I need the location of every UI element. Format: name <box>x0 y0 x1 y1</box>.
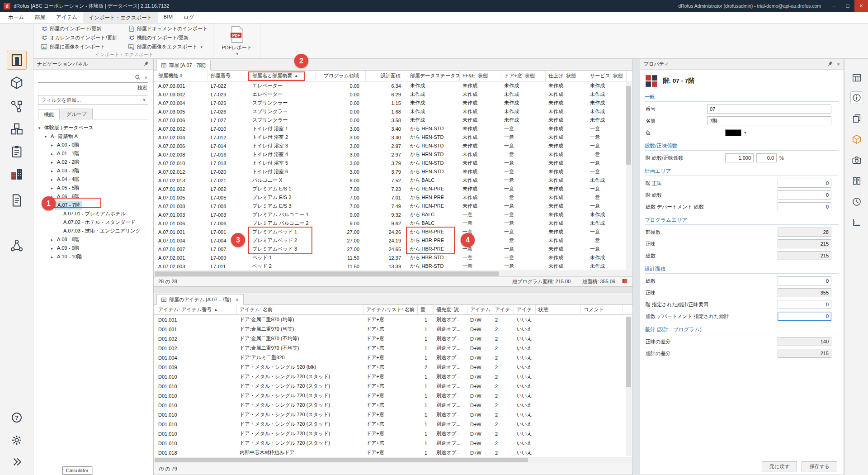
number-field[interactable] <box>778 239 831 248</box>
tree-item[interactable]: A.07.01 - プレミアムホテル <box>33 209 153 218</box>
table-row[interactable]: A.07.02.003L7-011ベッド 211.5013.39から HBR-S… <box>154 262 632 271</box>
chevron-collapsed-icon[interactable]: ▸ <box>49 246 55 251</box>
gear-icon[interactable] <box>7 431 27 450</box>
table-row[interactable]: A.07.03.005L7-026スプリンクラー0.001.68未作成未作成未作… <box>154 107 632 116</box>
search-icon[interactable] <box>135 74 141 81</box>
tab-room-items[interactable]: 部屋のアイテム [A.07 - 7階] × <box>156 294 244 305</box>
table-row[interactable]: A.07.01.002L7-002プレミアム E/S 17.007.23から H… <box>154 185 632 193</box>
cubes-icon[interactable] <box>7 119 27 138</box>
column-header[interactable]: コメント <box>581 305 623 314</box>
chevron-collapsed-icon[interactable]: ▸ <box>49 143 55 147</box>
table-row[interactable]: A.07.03.006L7-027スプリンクラー0.003.58未作成未作成未作… <box>154 116 632 124</box>
save-button[interactable]: 保存する <box>802 461 837 471</box>
tree-item[interactable]: A.07.02 - ホテル・スタンダード <box>33 218 153 227</box>
tree-item[interactable]: ▸A.10 - 10階 <box>33 252 153 261</box>
box-3d-icon[interactable] <box>7 73 27 92</box>
column-header[interactable]: 優先度: 説... <box>434 305 467 314</box>
column-header[interactable]: 部屋番号 <box>208 71 250 81</box>
menu-tab[interactable]: ホーム <box>3 12 29 23</box>
table-row[interactable]: D01.010ドア・メタル・シングル 720 (スタッド)ドア+窓1別途オプ..… <box>154 400 632 410</box>
pages-icon[interactable] <box>850 175 863 187</box>
table-row[interactable]: D01.010ドア・メタル・シングル 720 (スタッド)ドア+窓1別途オプ..… <box>154 372 632 381</box>
chevron-expanded-icon[interactable]: ▾ <box>36 126 42 130</box>
nav-tab-active[interactable]: 機能 <box>38 109 60 119</box>
tree-item[interactable]: ▸A.00 - 0階 <box>33 141 153 149</box>
scrollbar-thumb[interactable] <box>155 458 528 462</box>
minimize-button[interactable]: – <box>827 0 841 12</box>
number-field[interactable] <box>778 300 831 309</box>
maximize-button[interactable]: □ <box>841 0 854 12</box>
ribbon-button[interactable]: 部屋ドキュメントのインポート <box>126 25 210 33</box>
column-header[interactable]: 部屋機能 # <box>156 71 208 81</box>
search-link[interactable]: 検索 <box>137 85 147 90</box>
tree-item[interactable]: ▸A.03 - 3階 <box>33 166 153 175</box>
column-header[interactable]: サービス: 状態 <box>587 71 627 81</box>
table-row[interactable]: A.07.02.006L7-014トイレ付 浴室 33.002.97から HEN… <box>154 142 632 150</box>
tree-item[interactable]: ▸A.08 - 8階 <box>33 235 153 244</box>
number-field[interactable] <box>778 288 831 297</box>
number-field[interactable] <box>778 228 831 237</box>
number-field[interactable] <box>778 202 831 211</box>
column-header[interactable]: 部屋データステータス <box>407 71 460 81</box>
table-row[interactable]: A.07.01.001L7-001プレミアムベッド 127.0024.26から … <box>154 228 632 236</box>
column-header[interactable]: 設計面積 <box>366 71 407 81</box>
buildings-icon[interactable] <box>7 165 27 184</box>
ribbon-button[interactable]: 機能のインポート/更新 <box>126 34 210 42</box>
help-icon[interactable]: ? <box>7 408 27 427</box>
chevron-collapsed-icon[interactable]: ▸ <box>49 238 55 242</box>
text-field[interactable] <box>707 116 831 125</box>
menu-tab[interactable]: ログ <box>178 12 200 23</box>
column-header[interactable]: 状態 <box>536 305 581 314</box>
column-header[interactable]: アイテム... <box>467 305 492 314</box>
ribbon-button[interactable]: 部屋の画像をエクスポート▾ <box>126 43 210 51</box>
table-row[interactable]: D01.004ドア:アルミ二重820ドア+窓1別途オプ...D+W2いいえ <box>154 353 632 362</box>
table-row[interactable]: D01.002ドア:金属二重970 (不均等)ドア+窓1別途オプ...D+W2い… <box>154 334 632 343</box>
tree-item[interactable]: ▸A.01 - 1階 <box>33 149 153 158</box>
table-row[interactable]: D01.010ドア・メタル・シングル 720 (スタッド)ドア+窓1別途オプ..… <box>154 391 632 400</box>
table-row[interactable]: D01.002ドア:金属二重970 (不均等)ドア+窓1別途オプ...D+W2い… <box>154 343 632 353</box>
table-row[interactable]: A.07.01.004L7-004プレミアムベッド 227.0024.19から … <box>154 236 632 245</box>
scrollbar-thumb[interactable] <box>626 86 631 165</box>
table-row[interactable]: A.07.02.008L7-016トイレ付 浴室 43.002.97から HEN… <box>154 150 632 159</box>
tree-item[interactable]: ▾A - 建築物 A <box>33 132 153 141</box>
menu-tab[interactable]: BIM <box>158 12 178 23</box>
table-row[interactable]: A.07.03.001L7-022エレベーター0.006.34未作成未作成未作成… <box>154 81 632 90</box>
text-field[interactable] <box>707 104 831 114</box>
report-icon[interactable] <box>7 191 27 210</box>
nav-tab-inactive[interactable]: グループ <box>61 109 93 119</box>
table-row[interactable]: A.07.01.008L7-008プレミアム E/S 37.007.49から H… <box>154 202 632 210</box>
tab-rooms[interactable]: 部屋 [A.07 - 7階] <box>156 60 211 71</box>
column-header[interactable]: ドア+窓: 状態 <box>501 71 546 81</box>
panel-splitter[interactable] <box>154 286 632 293</box>
table-row[interactable]: A.07.02.010L7-018トイレ付 浴室 53.003.79から HEN… <box>154 159 632 167</box>
number-field[interactable] <box>778 190 831 200</box>
pin-icon[interactable] <box>827 61 833 67</box>
report-book-icon[interactable] <box>622 278 628 285</box>
column-header[interactable]: アイテ... <box>492 305 514 314</box>
number-field[interactable] <box>778 312 831 321</box>
chevrons-right-icon[interactable] <box>7 452 27 471</box>
pdf-report-button[interactable]: PDFPDFレポート▾ <box>217 25 256 57</box>
ribbon-button[interactable]: 部屋のインポート/更新 <box>39 25 119 33</box>
table-row[interactable]: D01.010ドア・メタル・シングル 720 (スタッド)ドア+窓1別途オプ..… <box>154 419 632 429</box>
column-header[interactable]: アイテムリスト: 名前 <box>363 305 418 314</box>
table-row[interactable]: A.07.02.001L7-009ベッド 111.5012.37から HBR-S… <box>154 253 632 262</box>
close-panel-icon[interactable]: × <box>837 61 840 67</box>
chevron-collapsed-icon[interactable]: ▸ <box>49 177 55 182</box>
rooms-horizontal-scrollbar[interactable] <box>154 271 632 276</box>
table-row[interactable]: A.07.03.004L7-025スプリンクラー0.001.15未作成未作成未作… <box>154 99 632 107</box>
tree-item[interactable]: ▸A.05 - 5階 <box>33 184 153 192</box>
table-row[interactable]: D01.010ドア・メタル・シングル 720 (スタッド)ドア+窓1別途オプ..… <box>154 429 632 438</box>
table-row[interactable]: D01.001ドア:金属二重970 (均等)ドア+窓1別途オプ...D+W2いい… <box>154 324 632 334</box>
column-header[interactable]: 量 <box>418 305 434 314</box>
clipboard-icon[interactable] <box>7 142 27 161</box>
table-row[interactable]: A.07.01.006L7-006プレミアム バルコニー 29.009.62から… <box>154 219 632 228</box>
number-field[interactable] <box>778 179 831 188</box>
column-header[interactable]: アイテ... <box>514 305 536 314</box>
column-header[interactable]: FF&E: 状態 <box>460 71 501 81</box>
chevron-collapsed-icon[interactable]: ▸ <box>49 255 55 259</box>
table-row[interactable]: A.07.02.002L7-010トイレ付 浴室 13.003.40から HEN… <box>154 124 632 133</box>
chevron-collapsed-icon[interactable]: ▸ <box>49 152 55 156</box>
number-field[interactable] <box>756 153 777 162</box>
column-header[interactable]: アイテム: 名前 <box>237 305 363 314</box>
